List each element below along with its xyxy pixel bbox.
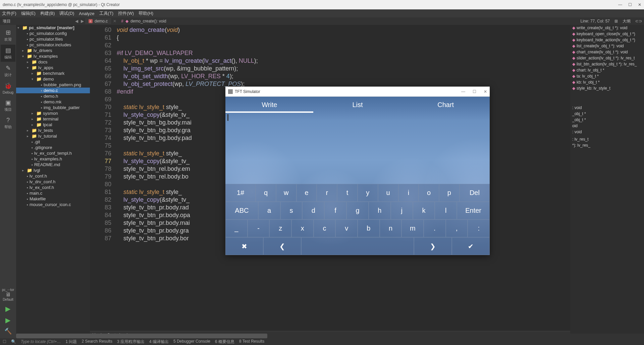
outline-item[interactable]: ◆list_create(lv_obj_t *): void (570, 43, 644, 49)
tree-node[interactable]: ▪img_bubble_patter (16, 105, 90, 110)
outline-item[interactable]: ◆chart_create(lv_obj_t *): void (570, 49, 644, 55)
key-x[interactable]: x (291, 219, 314, 237)
sim-tab-write[interactable]: Write (225, 97, 314, 113)
key-q[interactable]: q (256, 184, 276, 202)
key-_[interactable]: _ (225, 219, 248, 237)
key-1#[interactable]: 1# (225, 184, 256, 202)
key-s[interactable]: s (280, 202, 303, 219)
code-line[interactable]: { (117, 34, 570, 42)
key-e[interactable]: e (297, 184, 317, 202)
tree-node[interactable]: ▪.gitignore (16, 145, 90, 150)
menu-item[interactable]: 工具(T) (99, 10, 114, 16)
code-line[interactable]: void demo_create(void) (117, 26, 570, 34)
tree-node[interactable]: ▸📁terminal (16, 116, 90, 122)
tree-node[interactable]: ▾📁lv_examples (16, 53, 90, 59)
sim-tab-list[interactable]: List (314, 97, 402, 113)
expand-icon[interactable]: ▸ (32, 123, 35, 127)
run-debug-button[interactable]: ▶ (5, 316, 10, 324)
key-✔[interactable]: ✔ (452, 237, 490, 255)
key-r[interactable]: r (317, 184, 337, 202)
code-line[interactable] (117, 42, 570, 49)
outline-item[interactable]: ◆ta: lv_obj_t * (570, 73, 644, 79)
scrollbar-thumb[interactable] (16, 334, 267, 338)
tree-node[interactable]: ▪lv_conf.h (16, 173, 90, 179)
key-c[interactable]: c (314, 219, 336, 237)
key-,[interactable]: , (446, 219, 468, 237)
expand-icon[interactable]: ▸ (32, 117, 35, 121)
code-line[interactable]: lv_img_set_src(wp, &img_bubble_pattern); (117, 65, 570, 72)
code-line[interactable]: #if LV_DEMO_WALLPAPER (117, 49, 570, 57)
output-pane-tab[interactable]: 5 Debugger Console (173, 339, 210, 345)
run-button[interactable]: ▶ (5, 305, 10, 313)
expand-icon[interactable]: ▸ (27, 129, 30, 132)
tree-node[interactable]: ▪.git (16, 139, 90, 145)
output-pane-tab[interactable]: 2 Search Results (82, 339, 112, 345)
expand-icon[interactable]: ▸ (32, 71, 35, 75)
locator-input[interactable]: Type to locate (Ctrl+… (21, 339, 61, 344)
sim-display[interactable]: Write List Chart 1#qwertyuiopDelABCasdfg… (225, 97, 490, 255)
outline-item[interactable]: ◆kb: lv_obj_t * (570, 79, 644, 85)
key-l[interactable]: l (435, 202, 457, 219)
key-Enter[interactable]: Enter (457, 202, 490, 219)
menu-item[interactable]: 构建(B) (40, 10, 55, 16)
key-f[interactable]: f (324, 202, 346, 219)
expand-icon[interactable]: ▸ (32, 111, 35, 115)
key-y[interactable]: y (358, 184, 378, 202)
horizontal-scrollbar[interactable] (16, 334, 644, 338)
key-a[interactable]: a (258, 202, 280, 219)
tree-node[interactable]: ▪mouse_cursor_icon.c (16, 202, 90, 207)
output-pane-tab[interactable]: 3 应用程序输出 (117, 339, 145, 345)
tree-node[interactable]: ▪demo.mk (16, 99, 90, 105)
key-.[interactable]: . (424, 219, 446, 237)
expand-icon[interactable]: ▸ (27, 60, 30, 64)
tree-node[interactable]: ▸📁lvgl (16, 167, 90, 173)
outline-item[interactable]: ◆chart: lv_obj_t * (570, 67, 644, 73)
output-pane-tab[interactable]: 1 问题 (65, 339, 77, 345)
split-icon[interactable]: ⊞ (612, 19, 620, 23)
key-t[interactable]: t (337, 184, 358, 202)
tree-node[interactable]: ▪bubble_pattern.png (16, 82, 90, 88)
key-m[interactable]: m (401, 219, 424, 237)
breadcrumb[interactable]: # ◆ demo_create(): void (118, 19, 169, 23)
key-k[interactable]: k (413, 202, 435, 219)
menu-item[interactable]: Analyze (79, 11, 94, 16)
expand-icon[interactable]: ▸ (22, 49, 25, 52)
tree-node[interactable]: ▸📁lv_drivers (16, 48, 90, 53)
key-ABC[interactable]: ABC (225, 202, 258, 219)
tree-node[interactable]: ▾📁lv_apps (16, 65, 90, 70)
tree-node[interactable]: ▸📁lv_tests (16, 128, 90, 133)
tree-node[interactable]: ▪lv_ex_conf_templ.h (16, 150, 90, 156)
sim-tab-chart[interactable]: Chart (401, 97, 490, 113)
expand-icon[interactable]: ▸ (22, 168, 25, 172)
outline-item[interactable]: ◆list_btn_action(lv_obj_t *): lv_res_ (570, 61, 644, 67)
mode-设计[interactable]: ✎设计 (1, 62, 15, 80)
sim-titlebar[interactable]: TFT Simulator — ☐ ✕ (225, 87, 490, 97)
key-Del[interactable]: Del (460, 184, 490, 202)
outline-item[interactable]: ◆keyboard_hide_action(lv_obj_t *) (570, 37, 644, 43)
code-line[interactable]: lv_obj_set_width(wp, LV_HOR_RES * 4); (117, 72, 570, 80)
tree-node[interactable]: ▪demo.c (16, 88, 90, 93)
output-pane-tab[interactable]: 6 概要信息 (215, 339, 234, 345)
mode-项目[interactable]: ▣项目 (1, 97, 15, 114)
key-n[interactable]: n (380, 219, 402, 237)
expand-icon[interactable]: ▾ (32, 77, 35, 81)
output-pane-tab[interactable]: 4 编译输出 (149, 339, 169, 345)
code-line[interactable]: lv_obj_t * wp = lv_img_create(lv_scr_act… (117, 57, 570, 65)
tree-node[interactable]: ▸📁lv_tutorial (16, 133, 90, 139)
key-h[interactable]: h (369, 202, 391, 219)
key-:[interactable]: : (468, 219, 490, 237)
key-w[interactable]: w (276, 184, 297, 202)
mode-帮助[interactable]: ?帮助 (1, 115, 15, 132)
tree-node[interactable]: ▪Makefile (16, 196, 90, 202)
key-b[interactable]: b (358, 219, 380, 237)
outline-item[interactable]: ◆keyboard_open_close(lv_obj_t *) (570, 31, 644, 37)
key--[interactable]: - (248, 219, 270, 237)
key-❮[interactable]: ❮ (263, 237, 301, 255)
key-z[interactable]: z (269, 219, 291, 237)
expand-icon[interactable]: ▾ (22, 54, 25, 58)
tree-node[interactable]: ▪lv_ex_conf.h (16, 185, 90, 190)
nav-back-icon[interactable]: ◀ (74, 19, 79, 23)
menu-item[interactable]: 帮助(H) (139, 10, 153, 16)
tree-node[interactable]: ▸📁benchmark (16, 70, 90, 76)
menu-item[interactable]: 调试(D) (59, 10, 74, 16)
